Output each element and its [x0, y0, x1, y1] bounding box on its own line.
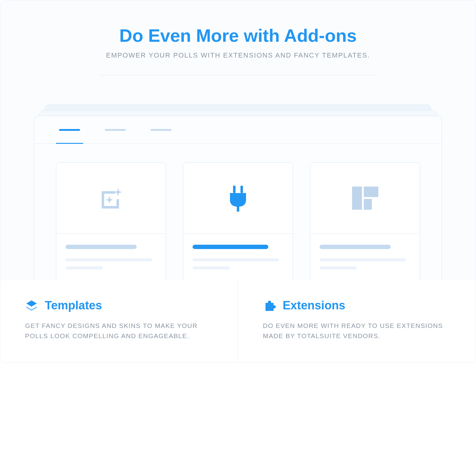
- hero-title: Do Even More with Add-ons: [13, 25, 463, 46]
- card-icon-area: [56, 163, 166, 234]
- tab-indicator: [151, 129, 172, 131]
- card-title-placeholder: [66, 245, 137, 249]
- card-text-placeholder: [66, 266, 103, 269]
- feature-title: Templates: [45, 299, 102, 312]
- addon-card: [310, 162, 420, 280]
- feature-extensions: Extensions DO EVEN MORE WITH READY TO US…: [238, 280, 476, 363]
- svg-rect-2: [237, 205, 239, 212]
- card-body: [183, 234, 293, 280]
- svg-rect-1: [240, 186, 243, 193]
- puzzle-icon: [263, 299, 276, 312]
- card-icon-area: [183, 163, 293, 234]
- plug-icon: [226, 184, 250, 212]
- card-text-placeholder: [320, 266, 357, 269]
- hero-subtitle: EMPOWER YOUR POLLS WITH EXTENSIONS AND F…: [13, 51, 463, 59]
- browser-illustration: [34, 105, 442, 280]
- feature-header: Extensions: [263, 299, 451, 312]
- feature-row: Templates GET FANCY DESIGNS AND SKINS TO…: [0, 280, 476, 363]
- svg-rect-0: [233, 186, 236, 193]
- feature-description: DO EVEN MORE WITH READY TO USE EXTENSION…: [263, 321, 451, 341]
- feature-description: GET FANCY DESIGNS AND SKINS TO MAKE YOUR…: [25, 321, 213, 341]
- svg-rect-3: [352, 187, 362, 210]
- card-body: [310, 234, 420, 280]
- browser-content: [34, 144, 442, 280]
- addon-card: [56, 162, 166, 280]
- svg-rect-5: [364, 199, 372, 210]
- layers-icon: [25, 299, 38, 312]
- browser-window: [34, 116, 442, 280]
- main-container: Do Even More with Add-ons EMPOWER YOUR P…: [0, 0, 476, 363]
- hero-section: Do Even More with Add-ons EMPOWER YOUR P…: [0, 0, 476, 280]
- grid-icon: [352, 187, 378, 210]
- feature-title: Extensions: [283, 299, 346, 312]
- card-body: [56, 234, 166, 280]
- card-title-placeholder: [320, 245, 391, 249]
- browser-tabs: [34, 116, 442, 144]
- tab-active: [59, 116, 80, 144]
- svg-rect-4: [364, 187, 378, 197]
- tab-indicator-active: [59, 129, 80, 131]
- card-title-placeholder: [193, 245, 268, 249]
- feature-header: Templates: [25, 299, 213, 312]
- card-icon-area: [310, 163, 420, 234]
- card-text-placeholder: [193, 266, 230, 269]
- card-text-placeholder: [320, 258, 406, 261]
- tab-underline: [56, 143, 83, 144]
- feature-templates: Templates GET FANCY DESIGNS AND SKINS TO…: [0, 280, 238, 363]
- sparkle-icon: [97, 184, 125, 212]
- tab-indicator: [105, 129, 126, 131]
- card-text-placeholder: [193, 258, 279, 261]
- addon-card-highlighted: [183, 162, 293, 280]
- divider: [99, 75, 377, 75]
- card-text-placeholder: [66, 258, 152, 261]
